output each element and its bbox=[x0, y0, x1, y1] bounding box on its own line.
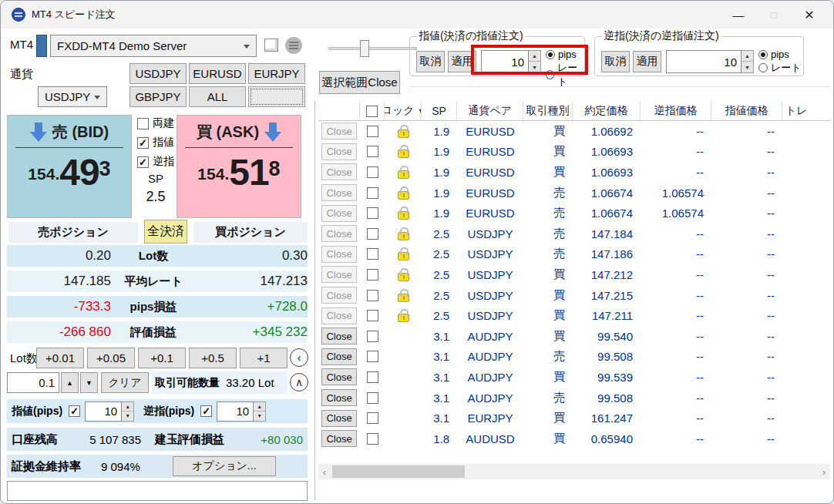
row-close-button[interactable]: Close bbox=[321, 348, 357, 365]
lot-add-button-+0.05[interactable]: +0.05 bbox=[87, 348, 135, 368]
sell-positions-button[interactable]: 売ポジション bbox=[8, 222, 138, 243]
checkbox-icon[interactable]: ✓ bbox=[137, 137, 149, 149]
row-close-button[interactable]: Close bbox=[321, 246, 357, 263]
row-checkbox[interactable] bbox=[367, 146, 378, 157]
limit-cancel-button[interactable]: 取消 bbox=[416, 51, 445, 72]
header-side[interactable]: 取引種別 bbox=[523, 101, 573, 121]
close-button[interactable]: ✕ bbox=[792, 1, 827, 29]
row-checkbox[interactable] bbox=[367, 412, 378, 424]
pair-button-all[interactable]: ALL bbox=[189, 86, 246, 107]
row-checkbox[interactable] bbox=[367, 310, 378, 321]
row-close-button[interactable]: Close bbox=[321, 205, 357, 222]
row-checkbox[interactable] bbox=[367, 126, 378, 137]
header-sp[interactable]: SP bbox=[422, 101, 457, 121]
quote-option-両建[interactable]: 両建 bbox=[137, 116, 174, 130]
row-checkbox[interactable] bbox=[367, 207, 378, 219]
lot-up-button[interactable]: ▲ bbox=[61, 372, 79, 393]
ask-panel[interactable]: 買 (ASK) 154.518 bbox=[177, 115, 301, 218]
radio-pips-icon[interactable] bbox=[758, 50, 768, 59]
row-checkbox[interactable] bbox=[367, 187, 378, 199]
row-checkbox[interactable] bbox=[367, 269, 378, 281]
row-close-button[interactable]: Close bbox=[321, 163, 357, 180]
pair-button-eurjpy[interactable]: EURJPY bbox=[248, 63, 305, 84]
stop-pips-checkbox[interactable]: ✓ bbox=[200, 405, 212, 417]
row-close-button[interactable]: Close bbox=[321, 184, 357, 201]
quote-option-指値[interactable]: ✓指値 bbox=[137, 136, 174, 150]
row-close-button[interactable]: Close bbox=[321, 368, 357, 385]
lot-add-button-+0.01[interactable]: +0.01 bbox=[36, 348, 84, 368]
header-select-all[interactable] bbox=[360, 101, 385, 121]
quote-option-逆指[interactable]: ✓逆指 bbox=[137, 155, 174, 169]
menu-icon[interactable] bbox=[285, 37, 302, 54]
collapse-left-button[interactable]: ‹ bbox=[290, 348, 308, 367]
stop-unit-rate-option[interactable]: レート bbox=[758, 61, 802, 75]
spin-up-icon[interactable]: ▲ bbox=[742, 51, 753, 62]
minimize-button[interactable]: — bbox=[721, 1, 756, 29]
header-stop[interactable]: 逆指価格 bbox=[641, 101, 711, 121]
note-input[interactable] bbox=[7, 481, 308, 501]
clear-button[interactable]: クリア bbox=[101, 372, 149, 393]
stop-spinner[interactable]: ▲ ▼ bbox=[742, 50, 754, 73]
stop-cancel-button[interactable]: 取消 bbox=[601, 51, 630, 72]
lot-add-button-+1[interactable]: +1 bbox=[240, 348, 288, 368]
pair-button-usdjpy[interactable]: USDJPY bbox=[129, 63, 187, 84]
row-close-button[interactable]: Close bbox=[321, 307, 357, 324]
row-close-button[interactable]: Close bbox=[321, 266, 357, 283]
stop-pips-spinner[interactable]: ▲ ▼ bbox=[254, 402, 266, 422]
limit-pips-checkbox[interactable]: ✓ bbox=[69, 405, 80, 417]
row-checkbox[interactable] bbox=[367, 290, 378, 301]
spin-down-icon[interactable]: ▼ bbox=[742, 62, 753, 72]
row-close-button[interactable]: Close bbox=[321, 430, 357, 447]
buy-positions-button[interactable]: 買ポジション bbox=[193, 222, 308, 243]
limit-pips-spinner[interactable]: ▲ ▼ bbox=[122, 402, 134, 422]
server-select[interactable]: FXDD-MT4 Demo Server bbox=[50, 35, 257, 57]
collapse-up-button[interactable]: ∧ bbox=[290, 373, 308, 391]
opacity-slider-track[interactable] bbox=[328, 47, 417, 50]
currency-select[interactable]: USDJPY bbox=[38, 86, 107, 107]
options-button[interactable]: オプション... bbox=[173, 456, 276, 476]
checkbox-icon[interactable]: ✓ bbox=[137, 156, 149, 168]
window-style-icon[interactable] bbox=[264, 39, 278, 52]
close-all-button[interactable]: 全決済 bbox=[144, 220, 187, 244]
lot-add-button-+0.5[interactable]: +0.5 bbox=[189, 348, 237, 368]
select-all-checkbox[interactable] bbox=[366, 106, 378, 117]
row-checkbox[interactable] bbox=[367, 433, 378, 445]
scroll-left-icon[interactable]: ‹ bbox=[318, 464, 331, 479]
pair-button-gbpjpy[interactable]: GBPJPY bbox=[129, 86, 187, 107]
header-lock[interactable]: ロック▼ bbox=[385, 101, 422, 121]
row-checkbox[interactable] bbox=[367, 248, 378, 260]
row-checkbox[interactable] bbox=[367, 228, 378, 240]
row-close-button[interactable]: Close bbox=[321, 123, 357, 139]
row-checkbox[interactable] bbox=[367, 371, 378, 383]
limit-pips-input[interactable]: 10 bbox=[85, 402, 122, 422]
header-pair[interactable]: 通貨ペア bbox=[457, 101, 523, 121]
row-close-button[interactable]: Close bbox=[321, 410, 357, 427]
row-close-button[interactable]: Close bbox=[321, 328, 357, 344]
row-checkbox[interactable] bbox=[367, 392, 378, 404]
pair-button-eurusd[interactable]: EURUSD bbox=[189, 63, 246, 84]
stop-apply-button[interactable]: 適用 bbox=[633, 51, 661, 72]
row-close-button[interactable]: Close bbox=[321, 287, 357, 304]
bid-panel[interactable]: 売 (BID) 154.493 bbox=[7, 115, 132, 218]
header-price[interactable]: 約定価格 bbox=[573, 101, 641, 121]
lot-down-button[interactable]: ▼ bbox=[80, 372, 98, 393]
row-checkbox[interactable] bbox=[367, 166, 378, 178]
lot-size-input[interactable]: 0.1 bbox=[7, 372, 59, 393]
row-close-button[interactable]: Close bbox=[321, 389, 357, 406]
row-close-button[interactable]: Close bbox=[321, 143, 357, 160]
horizontal-scrollbar[interactable]: ‹ › bbox=[318, 464, 830, 479]
header-trail[interactable]: トレ bbox=[782, 101, 830, 121]
close-selection-button[interactable]: 選択範囲Close bbox=[319, 71, 400, 94]
stop-value-input[interactable]: 10 bbox=[666, 50, 742, 73]
pair-button-empty[interactable] bbox=[248, 86, 305, 107]
header-limit[interactable]: 指値価格 bbox=[711, 101, 782, 121]
row-checkbox[interactable] bbox=[367, 331, 378, 342]
stop-unit-pips-option[interactable]: pips bbox=[758, 49, 789, 60]
row-close-button[interactable]: Close bbox=[321, 225, 357, 242]
row-checkbox[interactable] bbox=[367, 351, 378, 362]
scroll-right-icon[interactable]: › bbox=[818, 464, 830, 479]
stop-pips-input[interactable]: 10 bbox=[217, 402, 254, 422]
lot-add-button-+0.1[interactable]: +0.1 bbox=[138, 348, 186, 368]
opacity-slider-thumb[interactable] bbox=[360, 40, 369, 57]
checkbox-icon[interactable] bbox=[137, 118, 149, 129]
